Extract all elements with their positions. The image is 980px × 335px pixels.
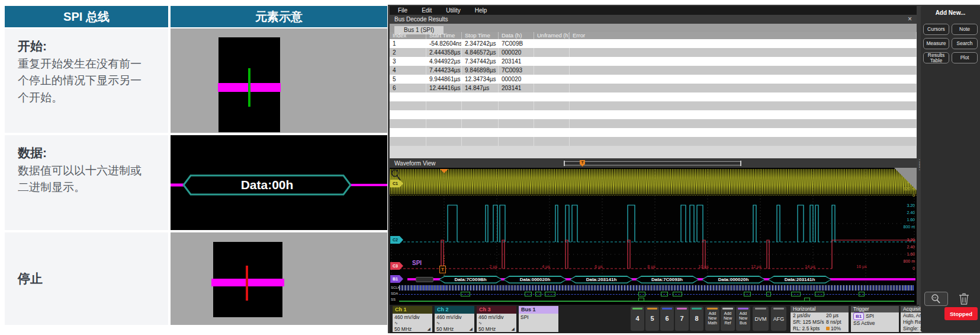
menu-edit[interactable]: Edit: [422, 7, 432, 14]
plot-button[interactable]: Plot: [952, 52, 978, 63]
slot-button-7[interactable]: 7: [675, 307, 689, 331]
bus1-settings-card[interactable]: Bus 1 SPI: [519, 306, 558, 332]
table-row-empty: [390, 110, 917, 119]
ch2-scale-label: 800 m: [904, 225, 915, 229]
results-table-button[interactable]: Results Table: [923, 52, 949, 63]
header-spi-bus-label: SPI 总线: [63, 9, 110, 25]
slot-button-5[interactable]: 5: [645, 307, 659, 331]
sda-pulse: [638, 292, 645, 296]
col-unframed-h[interactable]: Unframed (h): [534, 32, 570, 39]
trigger-detail: SS Active: [853, 320, 897, 327]
table-row-empty: [390, 119, 917, 128]
trash-button[interactable]: [955, 292, 973, 306]
time-label: 10 µs: [698, 264, 708, 269]
afg-button[interactable]: AFG: [771, 307, 786, 331]
ss-pulse: [638, 298, 644, 301]
bus-decode-titlebar[interactable]: Bus Decode Results ×: [390, 15, 917, 24]
table-row[interactable]: 1-54.82604ns 2.347242µs7C009B: [390, 39, 917, 48]
trigger-settings-card[interactable]: Trigger B1SPI SS Active: [851, 306, 899, 332]
slot-button-6[interactable]: 6: [660, 307, 674, 331]
sclk-label: SCLK: [391, 286, 400, 289]
row-start-text: 开始: 重复开始发生在没有前一个停止的情况下显示另一个开始。: [5, 28, 168, 133]
bus-data-frame: Data:7C009Bh: [439, 276, 502, 283]
time-label: 14 µs: [805, 264, 815, 269]
search-button[interactable]: Search: [952, 38, 978, 49]
zoom-fold-corner[interactable]: [894, 168, 917, 190]
slot-button-8[interactable]: 8: [690, 307, 703, 331]
table-row[interactable]: 34.944922µs 7.347442µs203141: [390, 57, 917, 66]
coupling-icon: ∿: [436, 320, 473, 326]
ch3-scale-label: 800 m: [904, 259, 915, 264]
slot-button-4[interactable]: 4: [631, 307, 644, 331]
bus-decode-results-panel: Bus Decode Results × Bus 1 (SPI) Index S…: [390, 15, 917, 158]
data-frame-label: Data:00h: [241, 178, 294, 192]
dvm-button[interactable]: DVM: [753, 307, 769, 331]
cursors-button[interactable]: Cursors: [923, 24, 949, 35]
table-row[interactable]: 612.44416µs 14.847µs203141: [390, 84, 917, 92]
bus-data-frame: Data:7C0093h: [635, 276, 699, 283]
table-row[interactable]: 59.944861µs 12.34734µs000020: [390, 75, 917, 84]
stopped-button[interactable]: Stopped: [944, 307, 978, 320]
bus-decode-title: Bus Decode Results: [394, 16, 448, 23]
ch2-scale-setting: 460 mV/div: [436, 314, 473, 320]
waveform-titlebar[interactable]: Waveform View T: [390, 159, 917, 168]
sda-pulse: [673, 292, 682, 296]
start-title: 开始:: [18, 37, 168, 56]
bus-name-label: SPI: [412, 260, 422, 266]
ch3-settings-card[interactable]: Ch 3 460 mV/div ∿ 50 MHz◢: [477, 306, 516, 332]
bus-data-frame: Data:000020h: [702, 276, 765, 283]
col-data-h[interactable]: Data (h): [499, 32, 534, 39]
sda-pulse: [744, 292, 751, 296]
waveform-title: Waveform View: [394, 160, 435, 167]
add-new-ref-button[interactable]: Add New Ref: [721, 307, 735, 331]
close-icon[interactable]: ×: [908, 15, 912, 23]
measure-button[interactable]: Measure: [923, 38, 949, 49]
menu-file[interactable]: File: [398, 7, 407, 14]
trash-icon: [958, 292, 970, 305]
zoom-mode-button[interactable]: [924, 292, 948, 306]
stop-symbol-image: [171, 232, 387, 325]
menu-help[interactable]: Help: [475, 7, 487, 14]
trigger-type: SPI: [866, 313, 874, 319]
bus-data-frame: Data:203141h: [768, 276, 831, 283]
bandwidth-icon: ◢: [512, 326, 515, 332]
add-new-bus-button[interactable]: Add New Bus: [736, 307, 750, 331]
trigger-flag[interactable]: T: [439, 266, 446, 273]
ch3-trace: [441, 240, 915, 269]
pan-trigger-marker[interactable]: T: [580, 160, 585, 167]
start-marker-line: [248, 68, 250, 107]
waveform-view-panel: Waveform View T: [390, 159, 917, 305]
magnifier-icon: [390, 168, 401, 183]
note-button[interactable]: Note: [952, 24, 978, 35]
oscilloscope-ui: File Edit Utility Help Bus Decode Result…: [388, 5, 980, 333]
sda-label: SDA: [391, 292, 398, 295]
horizontal-settings-card[interactable]: Horizontal 2 µs/div20 µs SR: 125 MS/s8 n…: [791, 306, 849, 332]
panel-divider-handle[interactable]: ⋮⋮⋮: [917, 160, 920, 169]
waveform-graticule: 2.76 1.84 920 m 0 3.20 2.40 1.60 800 m 3…: [390, 168, 917, 305]
menu-utility[interactable]: Utility: [446, 7, 460, 14]
bus-collapsed-pill: [416, 277, 433, 282]
pan-zoom-overview-bar[interactable]: T: [564, 161, 741, 165]
table-row[interactable]: 22.444358µs 4.846572µs000020: [390, 48, 917, 57]
add-new-math-button[interactable]: Add New Math: [705, 307, 719, 331]
ch3-scale-label: 0: [912, 266, 915, 271]
ch2-trace: [448, 205, 835, 242]
sda-pulse: [766, 292, 771, 296]
table-row-empty: [390, 92, 917, 101]
col-index[interactable]: Index: [390, 32, 426, 39]
sda-pulse: [859, 292, 865, 296]
col-error[interactable]: Error: [570, 32, 917, 39]
bus-decode-tabstrip: Bus 1 (SPI): [390, 24, 917, 32]
col-stop-time[interactable]: Stop Time: [462, 32, 499, 39]
ch3-scale-label: 2.40: [907, 245, 915, 250]
table-row[interactable]: 47.444234µs 9.846898µs7C0093: [390, 66, 917, 75]
data-description: 数据值可以以十六进制或二进制显示。: [18, 162, 146, 196]
trigger-source-badge: B1: [853, 312, 864, 320]
ch2-settings-card[interactable]: Ch 2 460 mV/div ∿ 50 MHz◢: [435, 306, 474, 332]
time-label: 4 µs: [542, 264, 550, 269]
ch1-clock-trace: [390, 169, 917, 196]
col-start-time[interactable]: Start Time: [426, 32, 462, 39]
sda-baseline: [399, 294, 914, 295]
ch1-settings-card[interactable]: Ch 1 460 mV/div ∿ 50 MHz◢: [393, 306, 432, 332]
ch2-bandwidth: 50 MHz: [436, 326, 454, 332]
